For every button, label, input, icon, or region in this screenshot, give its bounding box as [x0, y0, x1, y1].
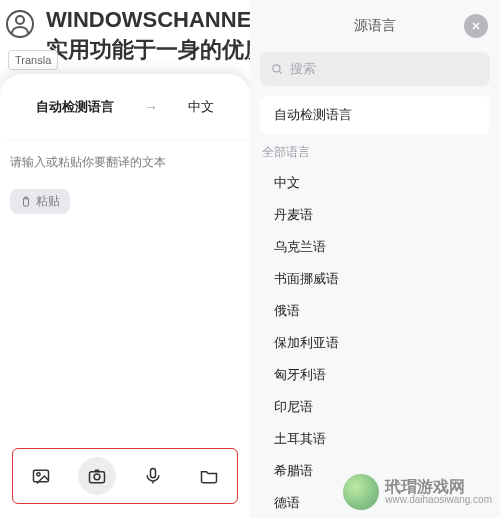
- language-option[interactable]: 印尼语: [260, 391, 490, 423]
- site-logo-icon: [343, 474, 379, 510]
- target-language-button[interactable]: 中文: [174, 92, 228, 122]
- svg-rect-7: [151, 469, 156, 478]
- translate-gallery-badge: Transla: [8, 50, 58, 70]
- language-option[interactable]: 匈牙利语: [260, 359, 490, 391]
- selected-language-row[interactable]: 自动检测语言: [260, 96, 490, 134]
- language-option[interactable]: 丹麦语: [260, 199, 490, 231]
- translator-main-panel: Transla 自动检测语言 → 中文 请输入或粘贴你要翻译的文本 粘贴: [0, 44, 250, 518]
- microphone-icon[interactable]: [134, 457, 172, 495]
- search-input[interactable]: 搜索: [260, 52, 490, 86]
- all-languages-label: 全部语言: [262, 144, 488, 161]
- folder-icon[interactable]: [190, 457, 228, 495]
- source-language-button[interactable]: 自动检测语言: [22, 92, 128, 122]
- camera-icon[interactable]: [78, 457, 116, 495]
- translate-input-placeholder[interactable]: 请输入或粘贴你要翻译的文本: [10, 154, 166, 171]
- panel-title: 源语言: [354, 17, 396, 35]
- swap-icon[interactable]: →: [144, 99, 158, 115]
- language-option[interactable]: 书面挪威语: [260, 263, 490, 295]
- selected-language-label: 自动检测语言: [274, 106, 352, 124]
- svg-point-8: [273, 65, 280, 72]
- language-picker-panel: 源语言 搜索 自动检测语言 全部语言 中文丹麦语乌克兰语书面挪威语俄语保加利亚语…: [250, 0, 500, 518]
- language-option[interactable]: 保加利亚语: [260, 327, 490, 359]
- panel-header: 源语言: [250, 0, 500, 52]
- language-option[interactable]: 中文: [260, 167, 490, 199]
- language-bar: 自动检测语言 → 中文: [0, 74, 250, 139]
- language-option[interactable]: 乌克兰语: [260, 231, 490, 263]
- paste-label: 粘贴: [36, 193, 60, 210]
- language-option[interactable]: 土耳其语: [260, 423, 490, 455]
- svg-point-4: [37, 473, 40, 476]
- paste-button[interactable]: 粘贴: [10, 189, 70, 214]
- site-name: 玳瑁游戏网: [385, 479, 492, 495]
- site-url: www.daihaosiwang.com: [385, 495, 492, 505]
- language-list: 中文丹麦语乌克兰语书面挪威语俄语保加利亚语匈牙利语印尼语土耳其语希腊语德语: [260, 167, 490, 518]
- site-watermark: 玳瑁游戏网 www.daihaosiwang.com: [343, 474, 492, 510]
- image-icon[interactable]: [22, 457, 60, 495]
- language-option[interactable]: 俄语: [260, 295, 490, 327]
- close-icon[interactable]: [464, 14, 488, 38]
- tool-row: [12, 448, 238, 504]
- svg-point-6: [94, 474, 100, 480]
- search-placeholder: 搜索: [290, 60, 316, 78]
